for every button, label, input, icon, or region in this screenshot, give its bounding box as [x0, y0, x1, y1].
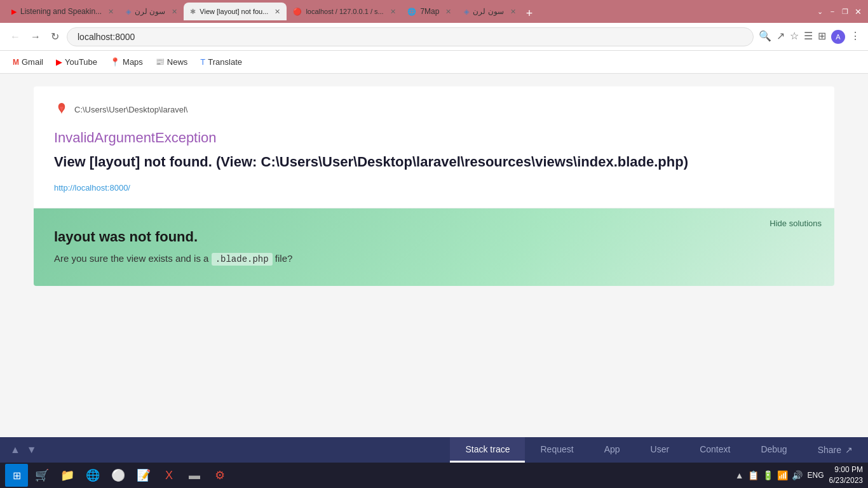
taskbar: ⊞ 🛒 📁 🌐 ⚪ 📝 X ▬ ⚙ ▲ 📋 🔋 📶 🔊 ENG 9:00 PM … — [0, 463, 868, 488]
tab-label: Listening and Speakin... — [20, 7, 102, 16]
tab-debug[interactable]: Debug — [745, 437, 802, 463]
start-button[interactable]: ⊞ — [5, 464, 28, 487]
page-nav-down[interactable]: ▼ — [24, 442, 39, 458]
title-bar: ▶ Listening and Speakin... ✕ ◈ سون لرن ✕… — [0, 0, 868, 23]
error-url-link[interactable]: http://localhost:8000/ — [54, 183, 130, 193]
tab-map-icon: 🌐 — [407, 8, 416, 16]
tab-request[interactable]: Request — [525, 437, 588, 463]
tab-close-btn[interactable]: ✕ — [510, 8, 516, 16]
taskbar-right: ▲ 📋 🔋 📶 🔊 ENG 9:00 PM 6/23/2023 — [735, 464, 863, 486]
taskbar-xampp[interactable]: X — [158, 464, 180, 487]
bookmark-label: YouTube — [65, 57, 97, 67]
tab-close-btn[interactable]: ✕ — [390, 8, 396, 16]
bookmark-label: News — [167, 57, 188, 67]
youtube-icon: ▶ — [56, 57, 62, 67]
url-input[interactable] — [67, 27, 754, 46]
tab-laravel-icon: 🔴 — [293, 8, 302, 16]
error-card: C:\Users\User\Desktop\laravel\ InvalidAr… — [34, 86, 834, 286]
tab-stack-trace-label: Stack trace — [465, 444, 510, 454]
window-controls: ⌄ − ❐ ✕ — [815, 6, 863, 17]
tab-close-btn[interactable]: ✕ — [108, 8, 114, 16]
bookmark-maps[interactable]: 📍 Maps — [105, 55, 148, 69]
taskbar-chrome[interactable]: ⚪ — [107, 464, 130, 487]
translate-icon: T — [200, 57, 205, 67]
taskbar-ie[interactable]: 🌐 — [81, 464, 104, 487]
tab-7map[interactable]: 🌐 7Map ✕ — [401, 3, 458, 20]
tab-app[interactable]: App — [589, 437, 635, 463]
close-button[interactable]: ✕ — [853, 6, 863, 17]
tab-close-btn[interactable]: ✕ — [275, 8, 280, 16]
search-icon[interactable]: 🔍 — [759, 30, 771, 44]
bookmarks-bar: M Gmail ▶ YouTube 📍 Maps 📰 News T Transl… — [0, 51, 868, 74]
address-bar: ← → ↻ 🔍 ↗ ☆ ☰ ⊞ A ⋮ — [0, 23, 868, 51]
tab-close-btn[interactable]: ✕ — [172, 8, 177, 16]
tab-arrow-icon2: ◈ — [464, 8, 469, 16]
tab-request-label: Request — [540, 444, 573, 454]
bookmark-youtube[interactable]: ▶ YouTube — [51, 55, 102, 69]
solution-desc-text2: file? — [275, 253, 293, 264]
gmail-icon: M — [13, 58, 19, 67]
new-tab-button[interactable]: + — [522, 7, 537, 20]
maps-icon: 📍 — [110, 57, 120, 67]
tab-view-layout[interactable]: ✱ View [layout] not fou... ✕ — [184, 3, 287, 20]
bookmark-label: Maps — [123, 57, 143, 67]
tab-phone-icon: ✱ — [190, 8, 196, 16]
bookmark-label: Translate — [208, 57, 242, 67]
taskbar-terminal[interactable]: ▬ — [183, 464, 206, 487]
tab-arrow-icon: ◈ — [126, 8, 131, 16]
solution-description: Are you sure the view exists and is a .b… — [54, 253, 814, 266]
main-content: C:\Users\User\Desktop\laravel\ InvalidAr… — [0, 74, 868, 463]
time-display: 9:00 PM — [829, 464, 863, 475]
tab-soon-learn-1[interactable]: ◈ سون لرن ✕ — [119, 3, 184, 20]
language-indicator[interactable]: ENG — [808, 471, 824, 480]
tab-user[interactable]: User — [635, 437, 685, 463]
solution-desc-text: Are you sure the view exists and is a — [54, 253, 208, 264]
taskbar-store[interactable]: 🛒 — [31, 464, 53, 487]
tab-localhost[interactable]: 🔴 localhost / 127.0.0.1 / s... ✕ — [287, 3, 401, 20]
tab-soon-learn-2[interactable]: ◈ سون لرن ✕ — [458, 3, 522, 20]
sidebar-icon[interactable]: ☰ — [804, 30, 813, 44]
tab-close-btn[interactable]: ✕ — [445, 8, 451, 16]
share-icon[interactable]: ↗ — [776, 30, 785, 44]
hide-solutions-link[interactable]: Hide solutions — [770, 219, 822, 228]
solution-title: layout was not found. — [54, 229, 814, 245]
tab-youtube-icon: ▶ — [11, 8, 17, 16]
restore-button[interactable]: ❐ — [840, 6, 850, 17]
tab-label: 7Map — [420, 7, 439, 16]
back-button[interactable]: ← — [8, 29, 23, 45]
file-path-text: C:\Users\User\Desktop\laravel\ — [74, 105, 187, 114]
share-icon: ↗ — [845, 445, 853, 455]
share-button[interactable]: Share ↗ — [803, 437, 868, 463]
split-icon[interactable]: ⊞ — [818, 30, 826, 44]
volume-icon: 🔊 — [792, 470, 803, 480]
page-nav-up[interactable]: ▲ — [8, 442, 23, 458]
tab-context-label: Context — [700, 444, 730, 454]
refresh-button[interactable]: ↻ — [48, 28, 62, 45]
debug-tabs-bar: ▲ ▼ Stack trace Request App User Context… — [0, 437, 868, 463]
network-icon: 📶 — [777, 470, 788, 480]
bookmark-translate[interactable]: T Translate — [195, 55, 247, 69]
file-path: C:\Users\User\Desktop\laravel\ — [54, 102, 814, 117]
solution-code: .blade.php — [212, 253, 273, 266]
tab-stack-trace[interactable]: Stack trace — [450, 437, 525, 463]
bookmark-gmail[interactable]: M Gmail — [8, 55, 48, 69]
tab-context[interactable]: Context — [684, 437, 745, 463]
tab-listening[interactable]: ▶ Listening and Speakin... ✕ — [5, 3, 119, 20]
date-display: 6/23/2023 — [829, 475, 863, 486]
taskbar-vscode[interactable]: 📝 — [132, 464, 155, 487]
clock: 9:00 PM 6/23/2023 — [829, 464, 863, 486]
bookmark-icon[interactable]: ☆ — [790, 30, 799, 44]
minimize-button[interactable]: − — [827, 6, 837, 17]
error-header: C:\Users\User\Desktop\laravel\ InvalidAr… — [34, 86, 834, 208]
tab-label: سون لرن — [135, 7, 165, 16]
menu-icon[interactable]: ⋮ — [850, 30, 860, 44]
profile-icon[interactable]: A — [831, 30, 845, 44]
bookmark-news[interactable]: 📰 News — [151, 55, 193, 69]
chevron-down-icon[interactable]: ⌄ — [815, 6, 825, 17]
tray-arrow[interactable]: ▲ — [735, 470, 744, 480]
forward-button[interactable]: → — [28, 29, 43, 45]
taskbar-explorer[interactable]: 📁 — [56, 464, 79, 487]
taskbar-config[interactable]: ⚙ — [208, 464, 231, 487]
page-nav-controls: ▲ ▼ — [0, 437, 47, 463]
battery-icon: 🔋 — [763, 470, 773, 480]
